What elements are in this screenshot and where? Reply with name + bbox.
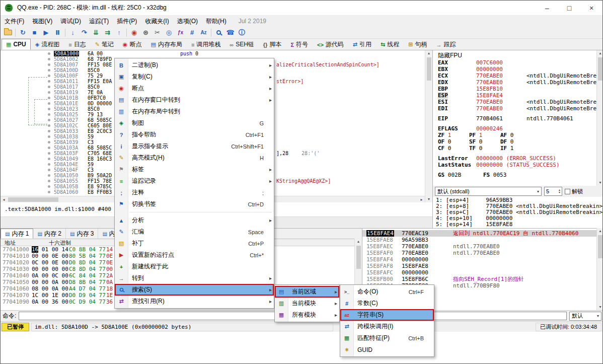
dump-tab-dump1[interactable]: ▤内存 1 xyxy=(1,229,33,239)
tab-source[interactable]: <>源代码 xyxy=(313,39,348,50)
menubar-item[interactable]: 插件(P) xyxy=(113,16,141,27)
favourites-icon[interactable]: ◎ xyxy=(163,28,175,38)
tab-symbols[interactable]: Σ符号 xyxy=(286,39,313,50)
calculator-icon[interactable]: ƒx xyxy=(175,28,186,38)
run-icon[interactable]: ▶ xyxy=(40,28,52,38)
scroll-thumb[interactable] xyxy=(598,57,602,81)
menu-item-breakpoint[interactable]: ◉断点▸ xyxy=(115,83,274,94)
register-row[interactable]: ZF 1PF 1AF 0 xyxy=(433,132,596,138)
menu-item-tracerecord[interactable]: ≡追踪记录▸ xyxy=(115,175,274,187)
menu-item-intermodular[interactable]: ⇄跨模块调用(I) xyxy=(340,321,434,332)
stack-row[interactable]: 15E8FAFC00000000 xyxy=(362,269,596,276)
register-row[interactable]: EBP15E8FB10 xyxy=(433,86,596,92)
menu-item-label[interactable]: ⚑标签▸ xyxy=(115,164,274,175)
open-file-icon[interactable] xyxy=(2,28,14,38)
info-icon[interactable]: ⓘ xyxy=(236,28,248,38)
stack-row[interactable]: 15E8FAE896A59BB3 xyxy=(362,237,596,243)
scissors-icon[interactable]: ✂ xyxy=(152,28,163,38)
menu-item-help[interactable]: ?指令帮助Ctrl+F1 xyxy=(115,129,274,140)
register-row[interactable]: ESP15E8FAE4 xyxy=(433,92,596,99)
patches-icon[interactable]: # xyxy=(186,28,198,38)
stack-vscrollbar[interactable]: ▴ ▾ xyxy=(596,228,603,310)
menu-item-tooltip[interactable]: i显示指令提示Ctrl+Shift+F1 xyxy=(115,140,274,152)
step-into-icon[interactable]: ↓ xyxy=(67,28,79,38)
menu-item-comment[interactable]: ;注释; xyxy=(115,187,274,198)
tab-breakpoints[interactable]: ◉断点 xyxy=(118,39,146,50)
tab-threads[interactable]: ⇆线程 xyxy=(376,39,404,50)
tab-log[interactable]: ≡日志 xyxy=(64,39,90,50)
menu-item-command[interactable]: >_命令(O)Ctrl+F xyxy=(340,286,434,298)
stack-row[interactable]: 15E8FAF815E8FAE8 xyxy=(362,263,596,269)
register-row[interactable]: EIP770B4061ntdll.770B4061 xyxy=(433,115,596,122)
menu-item-pattern[interactable]: ▦匹配特征(P)Ctrl+B xyxy=(340,332,434,344)
scroll-thumb[interactable] xyxy=(598,235,602,258)
scroll-up-icon[interactable]: ▴ xyxy=(355,239,362,245)
register-row[interactable]: EFLAGS00000246 xyxy=(433,125,596,132)
command-profile-select[interactable]: 默认▾ xyxy=(569,312,601,321)
register-row[interactable]: OF 0SF 0DF 0 xyxy=(433,138,596,145)
menu-item-all-modules[interactable]: ▦所有模块▸ xyxy=(275,309,339,321)
menu-item-analysis[interactable]: ▲分析▸ xyxy=(115,214,274,226)
registers-vscrollbar[interactable]: ▴ ▾ xyxy=(596,50,603,186)
register-row[interactable]: ESI770EABE0<ntdll.DbgUiRemoteBreakin> xyxy=(433,99,596,105)
tab-references[interactable]: ⇄引用 xyxy=(348,39,376,50)
scroll-up-icon[interactable]: ▴ xyxy=(425,50,432,56)
breakpoint-plugin-icon[interactable]: ◉ xyxy=(128,28,140,38)
scroll-thumb[interactable] xyxy=(8,197,58,202)
menu-item-patch[interactable]: ▧补丁Ctrl+P xyxy=(115,238,274,249)
scroll-down-icon[interactable]: ▾ xyxy=(597,180,603,186)
pause-icon[interactable]: Ⅱ xyxy=(52,28,63,38)
register-row[interactable]: CF 0TF 0IF 1 xyxy=(433,145,596,152)
menu-item-current-region[interactable]: ▤当前区域▸ xyxy=(275,286,339,298)
scroll-left-icon[interactable]: ◂ xyxy=(1,196,7,203)
stack-row[interactable]: 15E8FAF0770EABE0ntdll.770EABE0 xyxy=(362,250,596,256)
disasm-row[interactable]: 5D8A10006A 00push 0 xyxy=(1,51,425,56)
register-row[interactable]: GS 002BFS 0053 xyxy=(433,172,596,178)
register-row[interactable]: EDI770EABE0<ntdll.DbgUiRemoteBreakin> xyxy=(433,105,596,112)
tab-callstack[interactable]: ≡调用堆栈 xyxy=(187,39,225,50)
close-button[interactable]: × xyxy=(580,1,602,15)
menu-item-binary[interactable]: B二进制(B)▸ xyxy=(115,59,274,71)
scroll-thumb[interactable] xyxy=(427,57,431,81)
arguments-panel[interactable]: 1: [esp+4] 96A59BB32: [esp+8] 770EABE0 <… xyxy=(432,197,603,228)
checkbox-box[interactable] xyxy=(565,189,570,194)
stack-row[interactable]: 15E8FB0015E8FB6C指向SEH_Record[1]的指针 xyxy=(362,276,596,282)
step-over-icon[interactable]: ↷ xyxy=(79,28,90,38)
menubar-item[interactable]: 文件(F) xyxy=(1,16,28,27)
tab-graph[interactable]: ◈流程图 xyxy=(31,39,64,50)
register-row[interactable]: LastError00000000 (ERROR_SUCCESS) xyxy=(433,155,596,162)
restart-icon[interactable]: ↻ xyxy=(17,28,29,38)
menu-item-search[interactable]: 搜索(S)▸ xyxy=(115,284,274,296)
menu-item-bookmark[interactable]: ⚑切换书签Ctrl+D xyxy=(115,198,274,210)
menu-item-graph[interactable]: ◈制图G xyxy=(115,117,274,129)
scroll-up-icon[interactable]: ▴ xyxy=(597,50,603,56)
menu-item-neworigin[interactable]: ▶设置新的运行点Ctrl+* xyxy=(115,249,274,261)
menubar-item[interactable]: 收藏夹(I) xyxy=(141,16,173,27)
menu-item-goto-dump[interactable]: ▤在内存窗口中转到▸ xyxy=(115,94,274,106)
register-row[interactable]: LastStatus00000000 (STATUS_SUCCESS) xyxy=(433,162,596,168)
menubar-item[interactable]: 帮助(H) xyxy=(202,16,231,27)
tab-memmap[interactable]: ▤内存布局 xyxy=(146,39,186,50)
search-icon[interactable] xyxy=(213,28,224,38)
dump-tab-dump3[interactable]: ▤内存 3 xyxy=(66,229,98,239)
stop-icon[interactable]: ■ xyxy=(29,28,40,38)
tab-trace[interactable]: →跟踪 xyxy=(432,39,461,50)
menu-item-copy[interactable]: ▣复制(C)▸ xyxy=(115,71,274,83)
menu-item-string[interactable]: az字符串(S) xyxy=(340,309,434,321)
menubar-item[interactable]: 视图(V) xyxy=(28,16,56,27)
dump-tab-dump2[interactable]: ▤内存 2 xyxy=(33,229,65,239)
maximize-button[interactable]: □ xyxy=(558,1,580,15)
arg-count-spinner[interactable]: 5▴▾ xyxy=(544,187,562,196)
trace-over-icon[interactable]: ⇉ xyxy=(102,28,113,38)
spinner-arrows-icon[interactable]: ▴▾ xyxy=(559,189,560,194)
tab-seh[interactable]: ∞SEH链 xyxy=(225,39,259,50)
stack-row[interactable]: 15E8FAE4770EAC19返回到 ntdll.770EAC19 自 ntd… xyxy=(362,230,596,237)
scroll-up-icon[interactable]: ▴ xyxy=(597,228,603,234)
phone-icon[interactable]: ☎ xyxy=(224,28,236,38)
argument-row[interactable]: 5: [esp+14] 15E8FAE8 xyxy=(433,222,603,228)
settings-icon[interactable]: ⊛ xyxy=(140,28,152,38)
menu-item-assemble[interactable]: ✎汇编Space xyxy=(115,226,274,238)
register-row[interactable]: EDX770EABE0<ntdll.DbgUiRemoteBreakin> xyxy=(433,79,596,86)
tab-script[interactable]: {}脚本 xyxy=(259,39,286,50)
stack-row[interactable]: 15E8FAF400000000 xyxy=(362,256,596,263)
